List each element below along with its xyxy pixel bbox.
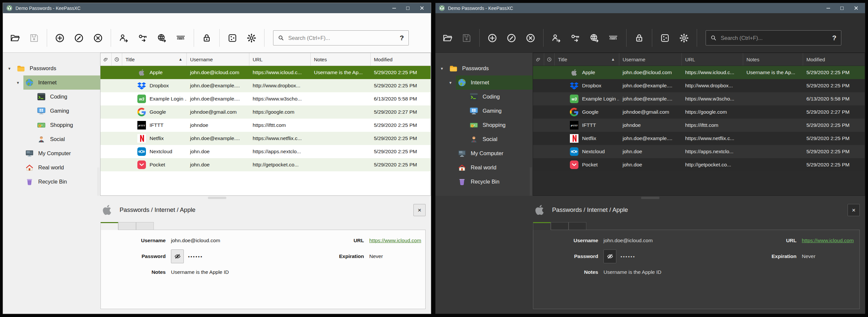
- tree-item[interactable]: Coding: [3, 90, 100, 104]
- attachment-column-header[interactable]: [533, 53, 544, 65]
- close-button[interactable]: [416, 3, 428, 13]
- tree-item[interactable]: My Computer: [3, 146, 100, 161]
- tree-item[interactable]: ▼ Internet: [3, 76, 100, 90]
- edit-entry-button[interactable]: [503, 28, 520, 48]
- save-database-button[interactable]: [459, 28, 475, 48]
- maximize-button[interactable]: [836, 3, 848, 13]
- close-preview-button[interactable]: ×: [847, 204, 860, 216]
- toggle-password-button[interactable]: [603, 250, 616, 263]
- tree-item[interactable]: Social: [3, 132, 100, 146]
- close-button[interactable]: [850, 3, 862, 13]
- tree-item[interactable]: ▼ Passwords: [3, 61, 100, 76]
- copy-url-button[interactable]: [586, 28, 602, 48]
- window-titlebar[interactable]: Demo Passwords - KeePassXC: [3, 3, 431, 13]
- preview-tab[interactable]: [118, 222, 136, 230]
- tree-item[interactable]: My Computer: [435, 146, 533, 161]
- entry-row[interactable]: Dropbox john.doe@example.... http://www.…: [100, 79, 431, 92]
- lock-database-button[interactable]: [198, 28, 215, 48]
- modified-column-header[interactable]: Modified: [371, 53, 431, 65]
- copy-username-button[interactable]: [548, 28, 564, 48]
- entry-row[interactable]: w3Example Login ... john.doe@example....…: [100, 92, 431, 106]
- title-column-header[interactable]: Title▲: [122, 53, 187, 65]
- delete-entry-button[interactable]: [90, 28, 106, 48]
- caret-down-icon[interactable]: ▼: [16, 81, 23, 85]
- maximize-button[interactable]: [402, 3, 414, 13]
- tree-item[interactable]: Coding: [435, 90, 533, 104]
- copy-password-button[interactable]: [135, 28, 151, 48]
- tree-item[interactable]: ▼ Internet: [435, 76, 533, 90]
- tree-item[interactable]: Gaming: [3, 104, 100, 118]
- search-input[interactable]: [287, 35, 396, 41]
- splitter-handle[interactable]: [641, 197, 659, 199]
- search-input[interactable]: [720, 35, 829, 41]
- notes-column-header[interactable]: Notes: [743, 53, 803, 65]
- open-database-button[interactable]: [439, 28, 456, 48]
- entry-row[interactable]: IFTTTIFTTT johndoe https://ifttt.com 5/2…: [533, 119, 865, 132]
- copy-username-button[interactable]: [116, 28, 132, 48]
- copy-password-button[interactable]: [567, 28, 583, 48]
- lock-database-button[interactable]: [631, 28, 647, 48]
- tree-item[interactable]: Shopping: [435, 118, 533, 132]
- entry-row[interactable]: Apple john.doe@icloud.com https://www.ic…: [100, 66, 431, 79]
- preview-tab[interactable]: [100, 222, 118, 230]
- perform-autotype-button[interactable]: [606, 28, 622, 48]
- copy-url-button[interactable]: [154, 28, 170, 48]
- preview-tab[interactable]: [568, 222, 586, 230]
- caret-down-icon[interactable]: ▼: [7, 66, 15, 70]
- url-column-header[interactable]: URL: [249, 53, 311, 65]
- password-generator-button[interactable]: [657, 28, 673, 48]
- modified-column-header[interactable]: Modified: [803, 53, 865, 65]
- entry-row[interactable]: Google johndoe@gmail.com https://google.…: [533, 106, 865, 119]
- open-database-button[interactable]: [7, 28, 23, 48]
- entry-row[interactable]: Pocket john.doe http://getpocket.co... 5…: [100, 158, 431, 171]
- title-column-header[interactable]: Title▲: [555, 53, 619, 65]
- preview-tab[interactable]: [551, 222, 568, 230]
- entry-row[interactable]: Google johndoe@gmail.com https://google.…: [100, 106, 431, 119]
- tree-item[interactable]: Gaming: [435, 104, 533, 118]
- entry-row[interactable]: Dropbox john.doe@example.... http://www.…: [533, 79, 865, 92]
- entry-row[interactable]: Pocket john.doe http://getpocket.co... 5…: [533, 158, 865, 171]
- save-database-button[interactable]: [26, 28, 42, 48]
- notes-column-header[interactable]: Notes: [311, 53, 371, 65]
- url-link[interactable]: https://www.icloud.com: [802, 238, 854, 243]
- tree-item[interactable]: Social: [435, 132, 533, 146]
- entry-row[interactable]: w3Example Login ... john.doe@example....…: [533, 92, 865, 106]
- expiry-column-header[interactable]: [112, 53, 122, 65]
- entry-row[interactable]: IFTTTIFTTT johndoe https://ifttt.com 5/2…: [100, 119, 431, 132]
- add-entry-button[interactable]: [52, 28, 68, 48]
- edit-entry-button[interactable]: [71, 28, 87, 48]
- password-generator-button[interactable]: [224, 28, 241, 48]
- settings-button[interactable]: [676, 28, 692, 48]
- preview-tab[interactable]: [136, 222, 154, 230]
- entry-row[interactable]: Nextcloud john.doe https://apps.nextclo.…: [533, 145, 865, 158]
- close-preview-button[interactable]: ×: [413, 204, 426, 216]
- add-entry-button[interactable]: [484, 28, 500, 48]
- toggle-password-button[interactable]: [171, 250, 184, 263]
- search-help-button[interactable]: ?: [831, 34, 837, 42]
- username-column-header[interactable]: Username: [187, 53, 249, 65]
- caret-down-icon[interactable]: ▼: [448, 81, 456, 85]
- expiry-column-header[interactable]: [544, 53, 555, 65]
- entry-row[interactable]: Netflix john.doe@example.... https://www…: [100, 132, 431, 145]
- entry-row[interactable]: Apple john.doe@icloud.com https://www.ic…: [533, 66, 865, 79]
- search-help-button[interactable]: ?: [399, 34, 405, 42]
- tree-item[interactable]: ▼ Passwords: [435, 61, 533, 76]
- tree-item[interactable]: Recycle Bin: [3, 175, 100, 189]
- minimize-button[interactable]: [388, 3, 400, 13]
- tree-item[interactable]: Real world: [3, 161, 100, 175]
- minimize-button[interactable]: [822, 3, 834, 13]
- url-column-header[interactable]: URL: [682, 53, 743, 65]
- settings-button[interactable]: [243, 28, 259, 48]
- perform-autotype-button[interactable]: [173, 28, 189, 48]
- entry-row[interactable]: Netflix john.doe@example.... https://www…: [533, 132, 865, 145]
- username-column-header[interactable]: Username: [619, 53, 682, 65]
- tree-item[interactable]: Real world: [435, 161, 533, 175]
- splitter-handle[interactable]: [208, 197, 226, 199]
- attachment-column-header[interactable]: [100, 53, 112, 65]
- url-link[interactable]: https://www.icloud.com: [369, 238, 421, 243]
- caret-down-icon[interactable]: ▼: [439, 66, 447, 70]
- tree-item[interactable]: Shopping: [3, 118, 100, 132]
- entry-row[interactable]: Nextcloud john.doe https://apps.nextclo.…: [100, 145, 431, 158]
- window-titlebar[interactable]: Demo Passwords - KeePassXC: [435, 3, 865, 13]
- delete-entry-button[interactable]: [522, 28, 538, 48]
